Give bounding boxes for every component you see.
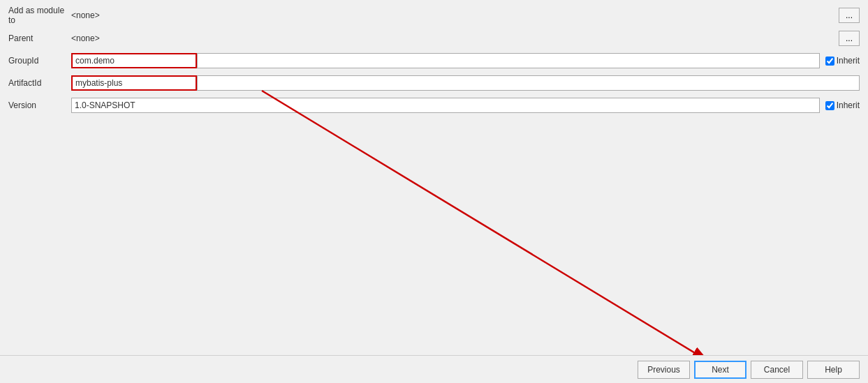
button-bar: Previous Next Cancel Help bbox=[0, 355, 868, 383]
add-module-to-label: Add as module to bbox=[8, 6, 71, 25]
parent-label: Parent bbox=[8, 33, 71, 43]
version-input[interactable] bbox=[71, 98, 820, 113]
parent-value: <none> bbox=[71, 33, 833, 43]
version-inherit-checkbox-group: Inherit bbox=[825, 100, 860, 110]
next-button[interactable]: Next bbox=[694, 361, 746, 379]
add-module-row: Add as module to <none> ... bbox=[8, 6, 860, 25]
add-module-to-value: <none> bbox=[71, 10, 833, 20]
groupid-extend-input[interactable] bbox=[197, 53, 820, 68]
groupid-row: GroupId Inherit bbox=[8, 52, 860, 70]
parent-row: Parent <none> ... bbox=[8, 29, 860, 47]
groupid-inherit-checkbox-group: Inherit bbox=[825, 56, 860, 66]
version-input-group bbox=[71, 98, 820, 113]
artifactid-label: ArtifactId bbox=[8, 78, 71, 88]
groupid-label: GroupId bbox=[8, 56, 71, 66]
cancel-button[interactable]: Cancel bbox=[751, 361, 803, 379]
version-row: Version Inherit bbox=[8, 96, 860, 114]
groupid-input[interactable] bbox=[71, 53, 197, 68]
dialog: Add as module to <none> ... Parent <none… bbox=[0, 0, 868, 383]
version-inherit-label: Inherit bbox=[837, 100, 860, 110]
previous-button[interactable]: Previous bbox=[638, 361, 690, 379]
help-button[interactable]: Help bbox=[807, 361, 860, 379]
version-label: Version bbox=[8, 100, 71, 110]
artifactid-extend-input[interactable] bbox=[197, 75, 860, 91]
groupid-input-group bbox=[71, 53, 820, 68]
parent-dots-button[interactable]: ... bbox=[839, 31, 860, 46]
artifactid-row: ArtifactId bbox=[8, 74, 860, 92]
groupid-inherit-checkbox[interactable] bbox=[825, 57, 834, 66]
artifactid-input[interactable] bbox=[71, 75, 197, 91]
add-module-dots-button[interactable]: ... bbox=[839, 8, 860, 23]
artifactid-input-group bbox=[71, 75, 860, 91]
groupid-inherit-label: Inherit bbox=[837, 56, 860, 66]
form-area: Add as module to <none> ... Parent <none… bbox=[0, 0, 868, 383]
version-inherit-checkbox[interactable] bbox=[825, 101, 834, 110]
